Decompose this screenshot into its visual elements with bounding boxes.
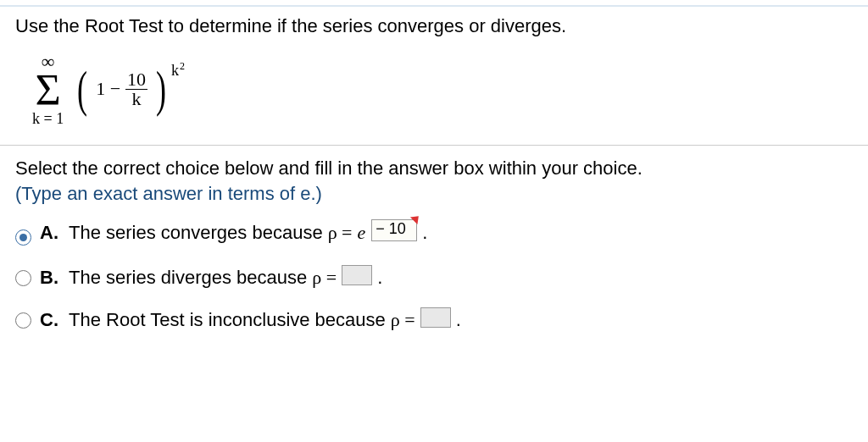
summation: ∞ Σ k = 1 [32,52,64,126]
open-paren: ( [77,69,87,109]
question-text: Use the Root Test to determine if the se… [15,15,853,37]
one-minus: 1 − [96,78,120,100]
choice-a-rho-eq: ρ = [328,222,353,244]
choice-c-before: The Root Test is inconclusive because [69,309,386,331]
series-term: ( 1 − 10 k ) k2 [74,69,185,109]
fraction: 10 k [125,70,147,108]
choice-a-before: The series converges because [69,222,323,244]
question-page: Use the Root Test to determine if the se… [0,0,868,331]
answer-hint: (Type an exact answer in terms of e.) [15,183,853,205]
choice-list: A. The series converges because ρ = e − … [15,222,853,331]
outer-exponent: k2 [171,62,185,80]
choice-b-period: . [377,267,382,289]
choice-c-rho-eq: ρ = [391,309,415,331]
exp-base: k [171,62,179,80]
choice-b-text: The series diverges because ρ = . [69,263,382,289]
radio-a[interactable] [15,229,31,246]
cursor-caret-icon [410,213,422,224]
choice-c-period: . [456,309,461,331]
choice-a-exponent: − 10 [371,218,417,240]
top-border [0,5,868,7]
choice-b-letter: B. [40,267,60,289]
sum-index: k = 1 [32,111,64,126]
choice-a-e: e [358,222,366,244]
numerator: 10 [125,70,147,89]
sigma-symbol: Σ [35,71,60,111]
answer-prompt: Select the correct choice below and fill… [15,157,853,180]
radio-b[interactable] [15,270,31,286]
choice-a-period: . [422,222,427,244]
series-formula: ∞ Σ k = 1 ( 1 − 10 k ) k2 [15,52,853,126]
denominator: k [131,90,143,108]
radio-c[interactable] [15,312,31,329]
choice-b-before: The series diverges because [69,267,307,289]
choice-a[interactable]: A. The series converges because ρ = e − … [15,222,853,246]
separator [0,145,868,146]
choice-b[interactable]: B. The series diverges because ρ = . [15,263,853,289]
choice-b-rho-eq: ρ = [312,267,337,289]
choice-c-answer-input[interactable] [420,307,451,328]
choice-a-text: The series converges because ρ = e − 10 … [69,222,427,246]
choice-b-answer-input[interactable] [342,265,372,285]
choice-c-letter: C. [40,309,60,331]
choice-c-text: The Root Test is inconclusive because ρ … [69,306,461,331]
choice-a-answer-input[interactable]: − 10 [371,219,417,241]
close-paren: ) [156,69,166,109]
paren-inner: 1 − 10 k [96,70,147,108]
choice-a-letter: A. [40,222,60,244]
exp-sup: 2 [180,60,185,78]
choice-c[interactable]: C. The Root Test is inconclusive because… [15,306,853,331]
